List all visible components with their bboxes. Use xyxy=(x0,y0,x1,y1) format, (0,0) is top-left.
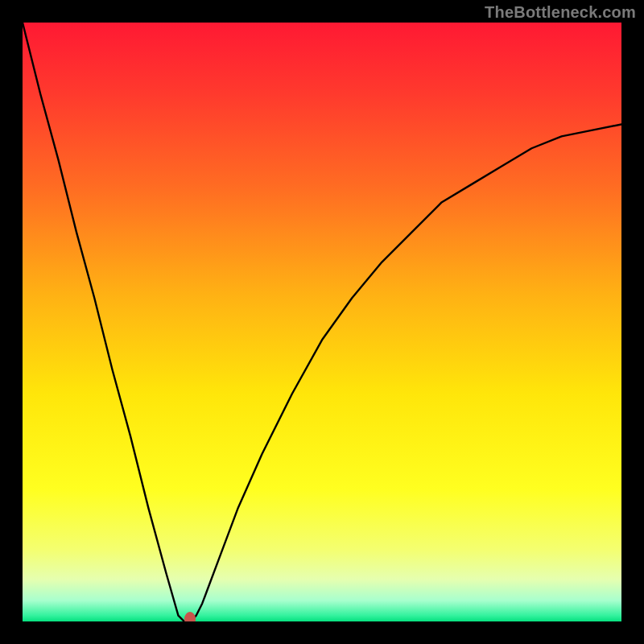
plot-area xyxy=(23,23,621,621)
minimum-marker xyxy=(184,612,196,621)
bottleneck-curve xyxy=(23,23,621,621)
watermark-text: TheBottleneck.com xyxy=(485,3,636,22)
chart-frame: TheBottleneck.com xyxy=(0,0,644,644)
